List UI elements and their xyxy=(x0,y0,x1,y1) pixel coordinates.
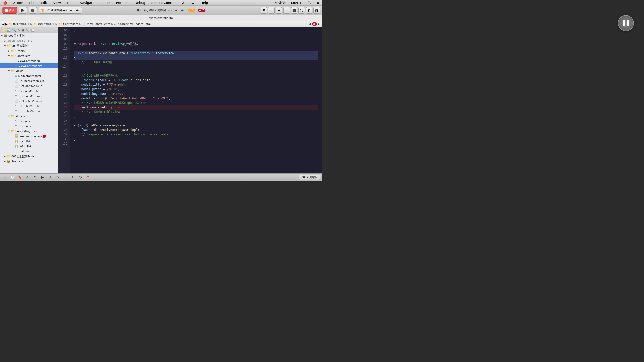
nav-button[interactable]: ↕ xyxy=(32,175,38,180)
build-stop-button[interactable] xyxy=(29,7,37,14)
nav-back-button[interactable]: ◀ xyxy=(2,22,4,26)
grid-view-button[interactable]: ⊞ xyxy=(261,7,267,14)
assistant-button[interactable]: ≡ xyxy=(276,7,282,14)
fullscreen-button[interactable]: ⛶ xyxy=(298,7,305,14)
menu-xcode[interactable]: Xcode xyxy=(12,1,24,5)
step-over-button[interactable]: ↷ xyxy=(55,175,60,180)
supporting-label: Supporting Files xyxy=(15,130,37,133)
menu-editor[interactable]: Editor xyxy=(99,1,111,5)
diff-view-button[interactable]: ⇌ xyxy=(268,7,275,14)
sidebar-item-images-xcassets[interactable]: 🖼️ Images.xcassets xyxy=(0,134,58,139)
breakpoint-button[interactable]: ⏸ xyxy=(47,175,53,180)
code-line-111: - (void)footerViewUpdateData:(CZFooterVi… xyxy=(74,51,318,55)
menu-help[interactable]: Help xyxy=(199,1,209,5)
bc-method-icon: 𝑚 xyxy=(114,22,116,26)
sidebar-item-others[interactable]: 📂 Others xyxy=(0,48,58,53)
sidebar-item-info-plist[interactable]: 📋 Info.plist xyxy=(0,144,58,149)
debug-location-button[interactable]: 📍 xyxy=(85,175,91,180)
sidebar-folder-icon[interactable]: 📁 xyxy=(2,28,5,32)
sidebar-search-icon[interactable]: 🔍 xyxy=(12,28,16,32)
sidebar-item-czgoodscell-h[interactable]: h CZGoodsCell.h xyxy=(0,88,58,94)
menu-edit[interactable]: Edit xyxy=(40,1,48,5)
nav-breadcrumb: ◀ ▶ 📁 001团购案例 ▶ 📁 001团购案例 ▶ 📁 Controller… xyxy=(0,21,322,27)
menu-product[interactable]: Product xyxy=(115,1,130,5)
sidebar-item-viewcontroller-h[interactable]: h ViewController.h xyxy=(0,58,58,63)
sidebar-test-icon[interactable]: ◉ xyxy=(22,28,24,32)
split-h-button[interactable]: ⬜ xyxy=(283,7,290,14)
menu-navigate[interactable]: Navigate xyxy=(79,1,95,5)
sidebar-item-viewcontroller-m[interactable]: m ViewController.m xyxy=(0,63,58,68)
step-out-button[interactable]: ↑ xyxy=(70,175,75,180)
sidebar-item-tgs-plist[interactable]: 📋 tgs.plist xyxy=(0,139,58,144)
notification-icon[interactable]: ☰ xyxy=(315,1,320,5)
sidebar-item-czgoods-h[interactable]: h CZGoods.h xyxy=(0,119,58,124)
sidebar-item-supporting-files[interactable]: 📂 Supporting Files xyxy=(0,129,58,134)
sidebar-item-tests[interactable]: 📁 001团购案例Tests xyxy=(0,154,58,159)
sidebar-item-czgoods-m[interactable]: m CZGoods.m xyxy=(0,124,58,129)
sidebar-item-czfooterview-xib[interactable]: ⬜ CZFooterView.xib xyxy=(0,99,58,104)
scheme-bottom-label: 001团购案例 xyxy=(299,175,320,180)
sidebar-warning-icon[interactable]: ⚠️ xyxy=(17,28,20,32)
menu-find[interactable]: Find xyxy=(66,1,75,5)
search-icon[interactable]: 🔍 xyxy=(307,1,312,5)
code-line-110 xyxy=(74,46,318,51)
bc-part5[interactable]: -footerViewUpdateData: xyxy=(117,22,151,26)
apple-menu[interactable]: 🍎 xyxy=(2,1,8,5)
sidebar-item-controllers[interactable]: 📂 Controllers xyxy=(0,53,58,58)
main-storyboard-label: Main.storyboard xyxy=(18,74,41,78)
simulate-button[interactable]: ⬡ xyxy=(77,175,83,180)
inspector-toggle-button[interactable]: ◨ xyxy=(313,7,320,14)
info-plist-icon: 📋 xyxy=(15,145,18,148)
issues-button[interactable]: ⚠️ xyxy=(25,175,30,180)
sidebar-header: 📁 🔃 🔍 ⚠️ ◉ 🔧 📋 xyxy=(0,27,58,33)
launchscreen-label: LaunchScreen.xib xyxy=(19,79,44,83)
sidebar-item-models[interactable]: 📂 Models xyxy=(0,114,58,119)
code-line-109: #pragma mark - CZFooterView的代理方法 xyxy=(74,42,318,46)
czfooterview-h-icon: h xyxy=(15,104,17,108)
code-content[interactable]: } #pragma mark - CZFooterView的代理方法 - (vo… xyxy=(70,27,322,173)
bc-part4[interactable]: ViewController.m xyxy=(87,22,110,26)
add-file-button[interactable]: + xyxy=(2,175,8,180)
menubar-right: 搜狐拼音 12:05:57 🔍 ☰ xyxy=(273,1,320,5)
bottom-bar: + 🕐 🔖 ⚠️ ↕ ▶ ⏸ ↷ ↓ ↑ ⬡ 📍 001团购案例 xyxy=(0,173,322,181)
sidebar-item-czgoodscell-xib[interactable]: ⬜ CZGoodsCell.xib xyxy=(0,83,58,88)
menu-window[interactable]: Window xyxy=(180,1,195,5)
main-m-icon: m xyxy=(15,150,18,153)
issue-nav-prev[interactable]: ◀ xyxy=(309,22,311,26)
issue-nav-next[interactable]: ▶ xyxy=(318,22,320,26)
nav-forward-button[interactable]: ▶ xyxy=(5,22,8,26)
stop-button[interactable]: 暂停 xyxy=(2,7,17,14)
sidebar-item-launchscreen[interactable]: ⬜ LaunchScreen.xib xyxy=(0,78,58,83)
sidebar-vcs-icon[interactable]: 🔃 xyxy=(7,28,11,32)
code-editor[interactable]: 106 107 108 109 110 111 112 113 114 115 … xyxy=(58,27,322,173)
sidebar-item-czgoodscell-m[interactable]: m CZGoodsCell.m xyxy=(0,94,58,99)
sidebar-report-icon[interactable]: 📋 xyxy=(31,28,35,32)
menu-view[interactable]: View xyxy=(52,1,62,5)
bc-part1[interactable]: 001团购案例 xyxy=(13,22,29,26)
vh-icon: h xyxy=(15,59,17,63)
play-icon xyxy=(21,9,24,12)
code-area[interactable]: 106 107 108 109 110 111 112 113 114 115 … xyxy=(58,27,322,173)
menu-debug[interactable]: Debug xyxy=(134,1,146,5)
history-button[interactable]: 🕐 xyxy=(10,175,15,180)
sidebar-toggle-button[interactable]: ◧ xyxy=(306,7,312,14)
sidebar-item-views[interactable]: 📂 Views xyxy=(0,68,58,73)
debug-button[interactable]: ▶ xyxy=(40,175,45,180)
bc-part2[interactable]: 001团购案例 xyxy=(38,22,54,26)
scheme-selector[interactable]: 🏗️ 001团购案例 ▶ iPhone 4s xyxy=(39,7,82,14)
menu-source-control[interactable]: Source Control xyxy=(150,1,177,5)
bc-part3[interactable]: Controllers xyxy=(63,22,78,26)
play-button[interactable] xyxy=(19,7,27,14)
split-v-button[interactable]: ⬛ xyxy=(291,7,297,14)
bookmark-button[interactable]: 🔖 xyxy=(17,175,23,180)
step-in-button[interactable]: ↓ xyxy=(62,175,68,180)
sidebar-item-main-storyboard[interactable]: ◉ Main.storyboard xyxy=(0,73,58,78)
sidebar-item-main-folder[interactable]: 📁 001团购案例 xyxy=(0,43,58,48)
sidebar-item-czfooterview-h[interactable]: h CZFooterView.h xyxy=(0,104,58,109)
sidebar-item-main-m[interactable]: m main.m xyxy=(0,149,58,154)
sidebar-item-project[interactable]: 📦 001团购案例 xyxy=(0,33,58,38)
menu-file[interactable]: File xyxy=(28,1,36,5)
sidebar-debug-icon[interactable]: 🔧 xyxy=(26,28,29,32)
sidebar-item-czfooterview-m[interactable]: m CZFooterView.m xyxy=(0,109,58,114)
sidebar-item-products[interactable]: 📦 Products xyxy=(0,159,58,164)
